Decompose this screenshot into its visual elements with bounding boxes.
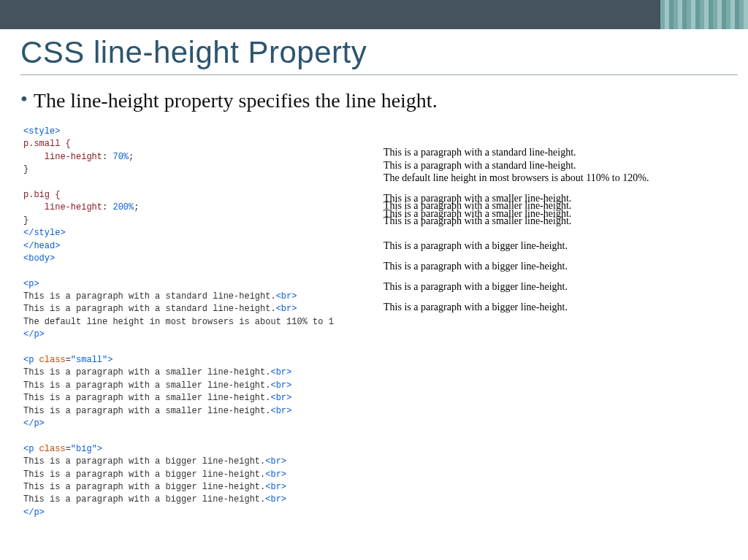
val-70: 70%	[107, 152, 129, 162]
tag-p-open-3a: <p	[23, 444, 39, 454]
tag-p-close-1: </p>	[23, 329, 45, 340]
tag-p-close-2: </p>	[23, 418, 45, 429]
tag-br: <br>	[276, 291, 297, 302]
tag-br: <br>	[265, 482, 286, 492]
tag-p-close-3: </p>	[23, 507, 45, 518]
prop-line-height-small: line-height	[23, 152, 102, 162]
brace-close-1: }	[23, 164, 28, 174]
tag-p-open-2a: <p	[23, 355, 39, 365]
text-bg-2: This is a paragraph with a bigger line-h…	[23, 469, 265, 480]
text-sm-4: This is a paragraph with a smaller line-…	[23, 406, 270, 416]
tag-body-open: <body>	[23, 253, 55, 264]
bullet-text: The line-height property specifies the l…	[34, 89, 438, 112]
tag-head-close: </head>	[23, 241, 60, 251]
slide-topbar	[0, 0, 748, 29]
selector-small: p.small {	[23, 139, 71, 149]
rendered-std2: This is a paragraph with a standard line…	[383, 160, 576, 171]
tag-br: <br>	[265, 494, 286, 505]
text-std2: This is a paragraph with a standard line…	[23, 304, 276, 314]
tag-br: <br>	[270, 406, 291, 416]
tag-p-open-1: <p>	[23, 279, 39, 289]
text-sm-2: This is a paragraph with a smaller line-…	[23, 380, 270, 391]
prop-line-height-big: line-height	[23, 202, 102, 212]
brace-close-2: }	[23, 215, 28, 226]
text-sm-1: This is a paragraph with a smaller line-…	[23, 367, 270, 377]
code-snippet: <style> p.small { line-height: 70%; } p.…	[23, 126, 374, 519]
str-small: "small"	[71, 355, 107, 365]
tag-style-open: <style>	[23, 126, 60, 137]
tag-br: <br>	[265, 469, 286, 480]
text-bg-3: This is a paragraph with a bigger line-h…	[23, 482, 265, 492]
slide-title: CSS line-height Property	[20, 35, 728, 72]
rendered-sm-4: This is a paragraph with a smaller line-…	[383, 215, 571, 226]
title-rule	[20, 74, 738, 75]
attr-class-2: class	[39, 355, 66, 365]
eq-3: =	[66, 444, 71, 454]
rendered-p-default: This is a paragraph with a standard line…	[383, 146, 734, 185]
val-200: 200%	[107, 202, 134, 212]
rendered-bg-1: This is a paragraph with a bigger line-h…	[383, 240, 568, 251]
rendered-output: This is a paragraph with a standard line…	[383, 146, 734, 328]
rendered-p-small: This is a paragraph with a smaller line-…	[383, 195, 734, 226]
text-bg-4: This is a paragraph with a bigger line-h…	[23, 494, 265, 505]
tag-br: <br>	[265, 456, 286, 467]
rendered-bg-4: This is a paragraph with a bigger line-h…	[383, 302, 568, 312]
text-std1: This is a paragraph with a standard line…	[23, 291, 276, 302]
tag-br: <br>	[270, 367, 291, 377]
tag-br: <br>	[270, 393, 291, 403]
tag-br: <br>	[270, 380, 291, 391]
tag-style-close: </style>	[23, 228, 66, 238]
rendered-bg-3: This is a paragraph with a bigger line-h…	[383, 281, 568, 292]
bullet-line: •The line-height property specifies the …	[20, 88, 438, 112]
selector-big: p.big {	[23, 190, 60, 200]
slide: CSS line-height Property •The line-heigh…	[0, 0, 748, 560]
text-std3: The default line height in most browsers…	[23, 317, 334, 327]
bullet-dot-icon: •	[20, 88, 28, 110]
rendered-std1: This is a paragraph with a standard line…	[383, 147, 576, 158]
str-big: "big"	[71, 444, 97, 454]
eq-2: =	[66, 355, 71, 365]
rendered-bg-2: This is a paragraph with a bigger line-h…	[383, 261, 568, 272]
text-bg-1: This is a paragraph with a bigger line-h…	[23, 456, 265, 467]
tag-br: <br>	[276, 304, 297, 314]
text-sm-3: This is a paragraph with a smaller line-…	[23, 393, 270, 403]
rendered-std3: The default line height in most browsers…	[383, 172, 649, 183]
attr-class-3: class	[39, 444, 66, 454]
tag-p-open-2e: >	[107, 355, 112, 365]
tag-p-open-3e: >	[97, 444, 102, 454]
rendered-p-big: This is a paragraph with a bigger line-h…	[383, 236, 734, 318]
